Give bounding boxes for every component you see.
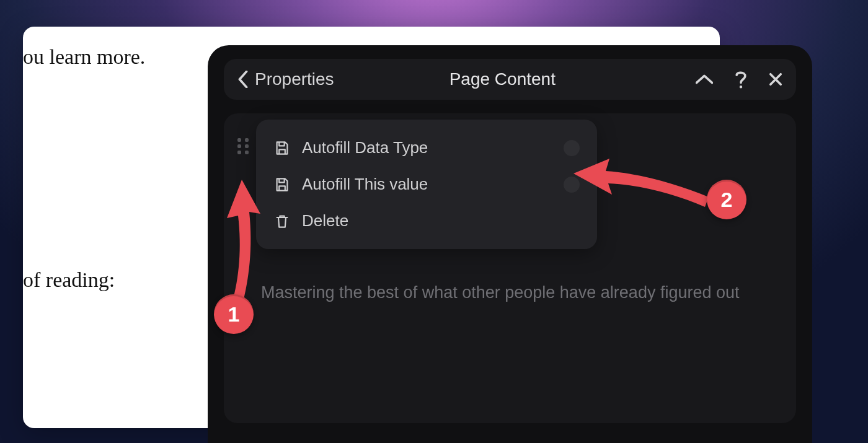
content-preview-text: Mastering the best of what other people … xyxy=(261,281,771,305)
menu-item-autofill-this-value[interactable]: Autofill This value xyxy=(262,166,591,203)
annotation-badge-1: 1 xyxy=(214,294,254,334)
chevron-left-icon xyxy=(237,71,249,88)
svg-point-0 xyxy=(740,86,742,88)
document-text-fragment-2: of reading: xyxy=(23,268,115,292)
chevron-up-icon[interactable] xyxy=(696,74,713,85)
panel-body: Autofill Data Type Autofill This value D… xyxy=(224,113,796,423)
panel-header: Properties Page Content xyxy=(224,59,796,100)
help-icon[interactable] xyxy=(734,70,748,89)
document-text-fragment-1: ou learn more. xyxy=(23,45,145,69)
menu-indicator-dot xyxy=(564,140,580,156)
trash-icon xyxy=(273,214,291,229)
menu-item-delete[interactable]: Delete xyxy=(262,203,591,239)
menu-item-label: Delete xyxy=(302,211,348,230)
menu-item-label: Autofill Data Type xyxy=(302,138,428,157)
annotation-badge-2: 2 xyxy=(707,180,746,219)
menu-indicator-dot xyxy=(564,177,580,193)
save-icon xyxy=(273,177,291,192)
close-icon[interactable] xyxy=(769,72,782,86)
properties-panel: Properties Page Content Autofill Dat xyxy=(208,45,812,443)
drag-handle-icon[interactable] xyxy=(237,138,250,154)
menu-item-autofill-data-type[interactable]: Autofill Data Type xyxy=(262,129,591,166)
panel-header-actions xyxy=(696,70,782,89)
context-menu: Autofill Data Type Autofill This value D… xyxy=(256,120,597,249)
save-icon xyxy=(273,141,291,156)
panel-title: Page Content xyxy=(314,69,691,89)
menu-item-label: Autofill This value xyxy=(302,175,428,194)
